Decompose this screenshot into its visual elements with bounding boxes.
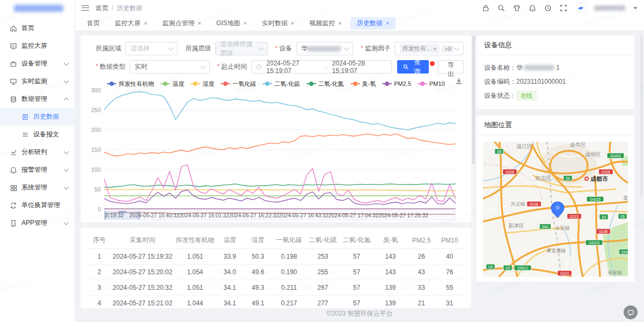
database-icon (10, 96, 17, 103)
device-select[interactable]: 华 (296, 42, 353, 55)
legend-item[interactable]: 臭-氧 (350, 80, 376, 88)
breadcrumb-root[interactable]: 首页 (96, 4, 108, 12)
sidebar-item-menu[interactable]: 分析研判 (0, 143, 75, 161)
datatype-select[interactable]: 实时 (130, 60, 210, 74)
legend-label: 二氧-化氮 (318, 80, 344, 88)
theme-tshirt-icon[interactable] (513, 4, 521, 12)
floating-chat-button[interactable] (624, 305, 638, 319)
sidebar-item-menu[interactable]: 实时监测 (0, 72, 75, 90)
sidebar-item-menu[interactable]: 单位换算管理 (0, 196, 75, 214)
legend-item[interactable]: 温度 (160, 80, 184, 88)
road-badge: G108 (527, 201, 541, 207)
table-row[interactable]: 12024-05-27 15:19:321.05133.950.30.19825… (88, 249, 464, 265)
bell-icon[interactable] (529, 4, 536, 12)
datetime-range-input[interactable]: 2024-05-27 15:19:07 - 2024-05-28 15:19:0… (251, 60, 392, 74)
city-marker (585, 177, 588, 180)
time-start-value[interactable]: 2024-05-27 15:19:07 (266, 60, 321, 75)
datazoom-slider[interactable]: 4-05-2 15:19:322024-05-27 15:40:322024-0… (104, 210, 456, 220)
sidebar-item-sub-menu[interactable]: 设备报文 (0, 126, 75, 143)
table-cell: 40 (436, 249, 464, 265)
sidebar-item-menu[interactable]: 设备管理 (0, 55, 75, 72)
x-axis-tick: 2024-05-27 16:22:32 (229, 213, 279, 218)
tab-close-icon[interactable]: × (291, 20, 294, 26)
sidebar-item-label: 报警管理 (21, 165, 64, 174)
lock-icon[interactable] (482, 4, 489, 12)
search-icon[interactable] (497, 4, 505, 12)
sidebar: 首页监控大屏设备管理实时监测数据管理历史数据设备报文分析研判报警管理系统管理单位… (0, 0, 75, 322)
svg-text:S5: S5 (620, 215, 625, 218)
tab-close-icon[interactable]: × (244, 20, 247, 26)
road-badge: G5 (486, 264, 495, 269)
sidebar-item-label: 监控大屏 (21, 41, 68, 50)
tag-close-icon[interactable]: × (433, 46, 436, 52)
username-redacted[interactable] (594, 5, 625, 11)
table-row[interactable]: 32024-05-27 15:20:321.05134.149.30.21126… (88, 280, 464, 296)
device-icon (10, 60, 17, 68)
table-cell: 57 (340, 280, 374, 296)
tab[interactable]: 视频监控× (303, 17, 348, 30)
sidebar-item-menu[interactable]: 监控大屏 (0, 37, 75, 55)
table-row[interactable]: 42024-05-27 15:21:021.04434.149.10.21727… (88, 296, 464, 309)
region-select[interactable]: 请选择 (126, 42, 178, 55)
road-badge: G4215 (587, 196, 604, 202)
line-chart[interactable]: 050100150200250300 4-05-2 15:19:322024-0… (88, 90, 464, 220)
sidebar-item-menu[interactable]: 报警管理 (0, 161, 75, 179)
legend-item[interactable]: PM10 (418, 80, 445, 87)
time-end-value[interactable]: 2024-05-28 15:19:07 (332, 60, 387, 75)
table-cell: 49.3 (244, 280, 273, 296)
table-cell: 34.0 (216, 265, 244, 280)
map[interactable]: S8G318G4202G318S6G108G4215G213S4S5SA2G10… (483, 142, 628, 277)
clock-icon[interactable] (544, 4, 552, 12)
sidebar-item-menu[interactable]: 系统管理 (0, 179, 75, 196)
table-cell: 1.044 (174, 296, 216, 309)
tab-close-icon[interactable]: × (197, 20, 201, 26)
legend-item[interactable]: PM2.5 (382, 80, 411, 87)
tab[interactable]: 首页 (80, 17, 106, 30)
legend-label: PM10 (429, 80, 445, 87)
x-axis-tick: 2024-05-27 17:25:32 (378, 213, 428, 218)
table-row[interactable]: 22024-05-27 15:20:021.05434.049.60.19025… (88, 265, 464, 280)
factor-multiselect[interactable]: 挥发性有...× +8 (395, 42, 464, 55)
chart-download-icon[interactable] (455, 77, 463, 85)
collapse-menu-icon[interactable] (82, 5, 89, 11)
tab[interactable]: 历史数据× (350, 17, 396, 30)
user-menu-caret-icon[interactable] (633, 7, 638, 10)
sidebar-item-menu[interactable]: APP管理 (0, 214, 75, 232)
tab[interactable]: 监测点管理× (156, 17, 207, 30)
legend-item[interactable]: 一氧化碳 (221, 80, 256, 88)
legend-item[interactable]: 二氧-化硫 (262, 80, 300, 88)
tab-close-icon[interactable]: × (338, 20, 341, 26)
level-select[interactable]: 请选择所属层级 (215, 42, 267, 55)
fullscreen-icon[interactable] (560, 4, 567, 12)
factor-more-tag[interactable]: +8 (442, 45, 455, 53)
factor-tag[interactable]: 挥发性有...× (400, 44, 440, 53)
tab[interactable]: GIS地图× (210, 17, 253, 30)
sidebar-item-menu[interactable]: 数据管理 (0, 90, 75, 108)
legend-item[interactable]: 湿度 (191, 80, 214, 88)
tab-close-icon[interactable]: × (386, 20, 389, 26)
tab-close-icon[interactable]: × (144, 20, 147, 26)
user-avatar[interactable] (575, 3, 586, 13)
footer-copyright: ©2023 智慧环保云平台 (75, 309, 644, 318)
page-scrollbar[interactable] (640, 35, 643, 308)
y-axis-tick: 200 (91, 127, 101, 133)
table-cell: 143 (374, 265, 407, 280)
tab[interactable]: 监控大屏× (108, 17, 153, 30)
sidebar-item-menu[interactable]: 首页 (0, 19, 75, 37)
search-button[interactable]: 查询 (397, 60, 429, 74)
chart-legend: 挥发性有机物温度湿度一氧化碳二氧-化硫二氧-化氮臭-氧PM2.5PM10 (88, 78, 464, 89)
export-button[interactable]: 导出 (438, 60, 464, 74)
legend-label: PM2.5 (394, 80, 411, 87)
sidebar-item-label: 设备报文 (33, 130, 68, 139)
tab[interactable]: 实时数据× (255, 17, 301, 30)
legend-item[interactable]: 挥发性有机物 (107, 80, 154, 88)
table-cell: 49.6 (244, 265, 273, 280)
chat-icon (627, 309, 634, 316)
main-scrollbar[interactable] (472, 35, 475, 308)
sidebar-item-sub-menu[interactable]: 历史数据 (0, 108, 75, 126)
filter-row-2: 数据类型 实时 起止时间 2024-05-27 15:19:07 - 2024-… (88, 60, 464, 74)
road-badge: G4202 (607, 153, 624, 158)
y-axis-tick: 150 (91, 147, 101, 153)
y-axis-tick: 300 (91, 87, 101, 93)
legend-item[interactable]: 二氧-化氮 (306, 80, 344, 88)
